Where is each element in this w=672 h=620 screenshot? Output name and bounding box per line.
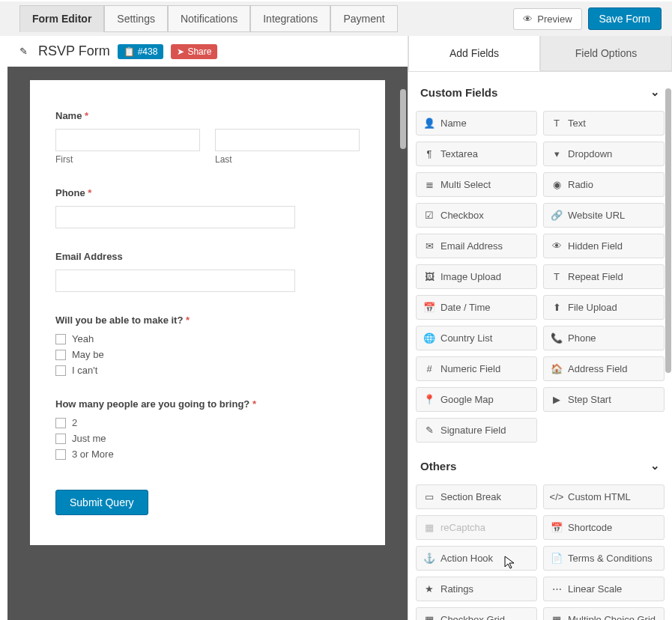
section-others[interactable]: Others ⌄ xyxy=(408,450,672,481)
custom-head-label: Custom Fields xyxy=(420,86,497,99)
field-type-label: Address Field xyxy=(568,363,627,374)
field-type-address-field[interactable]: 🏠Address Field xyxy=(543,356,665,381)
section-custom-fields[interactable]: Custom Fields ⌄ xyxy=(408,76,672,108)
field-email[interactable]: Email Address xyxy=(55,251,360,292)
field-type-dropdown[interactable]: ▾Dropdown xyxy=(543,142,665,166)
checkbox-grid-icon: ▦ xyxy=(424,614,435,620)
tab-add-fields[interactable]: Add Fields xyxy=(408,36,540,71)
email-address-icon: ✉ xyxy=(424,240,435,252)
checkbox-option-may-be[interactable]: May be xyxy=(55,349,360,360)
field-type-terms-conditions[interactable]: 📄Terms & Conditions xyxy=(543,546,665,571)
field-type-recaptcha: ▦reCaptcha xyxy=(416,515,537,540)
canvas-scrollbar-thumb[interactable] xyxy=(400,89,406,149)
tab-payment[interactable]: Payment xyxy=(330,5,397,32)
field-type-text[interactable]: TText xyxy=(543,111,665,136)
field-type-label: Multiple Choice Grid xyxy=(568,614,656,620)
field-type-email-address[interactable]: ✉Email Address xyxy=(416,234,537,258)
checkbox-icon[interactable] xyxy=(55,350,66,360)
checkbox-label: Just me xyxy=(72,433,106,444)
checkbox-icon[interactable] xyxy=(55,365,66,376)
required-indicator: * xyxy=(88,187,91,198)
save-button[interactable]: Save Form xyxy=(588,7,662,30)
field-type-linear-scale[interactable]: ⋯Linear Scale xyxy=(543,577,665,601)
checkbox-option-just-me[interactable]: Just me xyxy=(55,433,360,444)
checkbox-option-yeah[interactable]: Yeah xyxy=(55,333,360,344)
multiple-choice-grid-icon: ▦ xyxy=(551,614,562,620)
preview-label: Preview xyxy=(537,13,572,25)
section-break-icon: ▭ xyxy=(424,491,435,502)
field-type-numeric-field[interactable]: #Numeric Field xyxy=(416,356,537,381)
field-attending[interactable]: Will you be able to make it? * YeahMay b… xyxy=(55,314,360,376)
tab-integrations[interactable]: Integrations xyxy=(250,5,330,32)
checkbox-icon[interactable] xyxy=(55,434,66,444)
field-type-country-list[interactable]: 🌐Country List xyxy=(416,326,537,350)
tab-settings[interactable]: Settings xyxy=(104,5,168,32)
field-type-multi-select[interactable]: ≣Multi Select xyxy=(416,172,537,197)
field-type-google-map[interactable]: 📍Google Map xyxy=(416,387,537,412)
field-type-image-upload[interactable]: 🖼Image Upload xyxy=(416,264,537,289)
field-type-checkbox-grid[interactable]: ▦Checkbox Grid xyxy=(416,607,537,620)
field-type-label: Radio xyxy=(568,179,593,190)
field-type-custom-html[interactable]: </>Custom HTML xyxy=(543,484,665,509)
checkbox-icon: ☑ xyxy=(424,210,435,221)
right-content: Custom Fields ⌄ 👤NameTText¶Textarea▾Drop… xyxy=(408,72,672,620)
right-scrollbar-thumb[interactable] xyxy=(665,88,671,373)
right-scrollbar[interactable] xyxy=(665,73,672,620)
canvas-scrollbar[interactable] xyxy=(400,67,406,620)
submit-button[interactable]: Submit Query xyxy=(55,490,148,515)
right-pane: Add Fields Field Options Custom Fields ⌄… xyxy=(408,36,672,620)
field-type-shortcode[interactable]: 📅Shortcode xyxy=(543,515,665,540)
q1-label-text: Will you be able to make it? xyxy=(55,314,183,326)
field-guest-count[interactable]: How many people are you going to bring? … xyxy=(55,398,360,460)
tab-form-editor[interactable]: Form Editor xyxy=(19,5,104,32)
field-type-website-url[interactable]: 🔗Website URL xyxy=(543,203,665,228)
field-type-radio[interactable]: ◉Radio xyxy=(543,172,665,197)
field-type-date-time[interactable]: 📅Date / Time xyxy=(416,295,537,320)
field-type-multiple-choice-grid[interactable]: ▦Multiple Choice Grid xyxy=(543,607,665,620)
checkbox-option-3-or-more[interactable]: 3 or More xyxy=(55,449,360,460)
field-type-repeat-field[interactable]: TRepeat Field xyxy=(543,264,665,289)
phone-label-text: Phone xyxy=(55,187,85,198)
name-icon: 👤 xyxy=(424,118,435,129)
field-type-hidden-field[interactable]: 👁Hidden Field xyxy=(543,234,665,258)
radio-icon: ◉ xyxy=(551,179,562,190)
field-type-checkbox[interactable]: ☑Checkbox xyxy=(416,203,537,228)
field-type-label: Custom HTML xyxy=(568,491,631,502)
field-type-name[interactable]: 👤Name xyxy=(416,111,537,136)
checkbox-icon[interactable] xyxy=(55,449,66,460)
phone-input[interactable] xyxy=(55,206,295,228)
checkbox-icon[interactable] xyxy=(55,334,66,344)
email-input[interactable] xyxy=(55,270,295,292)
field-type-label: Dropdown xyxy=(568,148,612,159)
field-type-step-start[interactable]: ▶Step Start xyxy=(543,387,665,412)
checkbox-option-i-can-t[interactable]: I can't xyxy=(55,365,360,376)
tab-field-options[interactable]: Field Options xyxy=(540,36,672,71)
field-type-label: Text xyxy=(568,118,586,129)
field-type-textarea[interactable]: ¶Textarea xyxy=(416,142,537,166)
field-type-label: Checkbox Grid xyxy=(441,614,505,620)
form-title: RSVP Form xyxy=(38,43,110,59)
share-button[interactable]: ➤ Share xyxy=(171,44,217,59)
field-name[interactable]: Name * First Last xyxy=(55,110,360,165)
field-type-ratings[interactable]: ★Ratings xyxy=(416,577,537,601)
field-type-label: File Upload xyxy=(568,302,617,313)
text-icon: T xyxy=(551,118,562,129)
checkbox-icon[interactable] xyxy=(55,418,66,428)
field-type-file-upload[interactable]: ⬆File Upload xyxy=(543,295,665,320)
first-name-input[interactable] xyxy=(55,129,200,151)
website-url-icon: 🔗 xyxy=(551,210,562,221)
chevron-down-icon: ⌄ xyxy=(650,85,660,99)
form-id-badge[interactable]: 📋 #438 xyxy=(118,44,164,59)
field-type-label: Shortcode xyxy=(568,522,612,533)
field-type-action-hook[interactable]: ⚓Action Hook xyxy=(416,546,537,571)
checkbox-option-2[interactable]: 2 xyxy=(55,417,360,428)
field-type-label: Phone xyxy=(568,332,596,344)
last-name-input[interactable] xyxy=(215,129,360,151)
field-type-section-break[interactable]: ▭Section Break xyxy=(416,484,537,509)
tab-notifications[interactable]: Notifications xyxy=(168,5,250,32)
field-type-phone[interactable]: 📞Phone xyxy=(543,326,665,350)
field-type-signature-field[interactable]: ✎Signature Field xyxy=(416,418,537,443)
preview-button[interactable]: 👁 Preview xyxy=(513,8,581,30)
field-phone[interactable]: Phone * xyxy=(55,187,360,228)
field-type-label: Terms & Conditions xyxy=(568,553,653,564)
